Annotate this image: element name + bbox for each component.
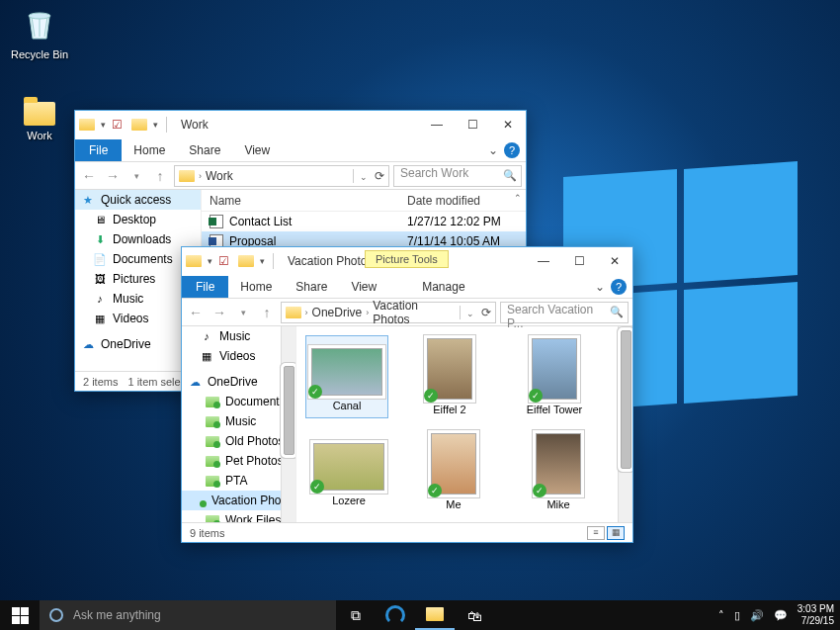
chevron-down-icon[interactable]: ⌄ — [360, 172, 368, 182]
close-button[interactable]: ✕ — [597, 247, 632, 275]
sort-indicator-icon[interactable]: ⌃ — [514, 193, 522, 203]
qat-dropdown-icon[interactable]: ▾ — [208, 256, 212, 266]
home-tab[interactable]: Home — [122, 139, 177, 161]
view-tab[interactable]: View — [232, 139, 282, 161]
chevron-right-icon[interactable]: › — [366, 308, 369, 317]
sidebar-item[interactable]: Music — [182, 411, 295, 431]
sidebar-item[interactable]: PTA — [182, 471, 295, 491]
address-bar[interactable]: › OneDrive › Vacation Photos ⌄ ⟳ — [281, 302, 496, 323]
refresh-icon[interactable]: ⟳ — [481, 306, 491, 319]
photo-label: Canal — [308, 400, 385, 411]
clock[interactable]: 3:03 PM 7/29/15 — [798, 603, 834, 627]
sidebar-item-music[interactable]: ♪Music — [182, 326, 295, 346]
qat-newfolder-icon[interactable] — [238, 255, 254, 267]
minimize-button[interactable]: — — [526, 247, 561, 275]
search-input[interactable]: Search Vacation P... 🔍 — [500, 302, 629, 323]
chevron-right-icon[interactable]: › — [199, 171, 202, 181]
titlebar[interactable]: ▾ ☑ ▾ Work — ☐ ✕ — [75, 111, 526, 138]
start-button[interactable] — [0, 600, 40, 630]
breadcrumb-item[interactable]: Work — [206, 169, 233, 183]
back-button[interactable]: ← — [186, 305, 206, 320]
task-view-button[interactable]: ⧉ — [336, 600, 376, 630]
thumbnails-view-button[interactable]: ▦ — [607, 526, 625, 540]
photo-label: Eiffel 2 — [409, 404, 490, 415]
breadcrumb-item[interactable]: OneDrive — [312, 306, 363, 319]
minimize-button[interactable]: — — [419, 111, 455, 138]
folder-icon — [179, 170, 195, 182]
photo-item[interactable]: ✓ Canal — [306, 336, 387, 417]
up-button[interactable]: ↑ — [257, 305, 277, 320]
photo-item[interactable]: ✓ Eiffel Tower — [514, 338, 595, 415]
qat-dropdown-icon[interactable]: ▾ — [260, 256, 265, 266]
file-explorer-button[interactable] — [415, 600, 455, 630]
work-folder-icon[interactable]: Work — [10, 94, 69, 141]
photo-item[interactable]: ✓ Lozere — [308, 433, 389, 510]
refresh-icon[interactable]: ⟳ — [375, 169, 384, 183]
sidebar-item[interactable]: Work Files — [182, 510, 295, 522]
help-icon[interactable]: ? — [611, 279, 627, 295]
file-row[interactable]: Contact List 1/27/12 12:02 PM — [202, 212, 526, 231]
qat-dropdown-icon[interactable]: ▾ — [101, 120, 106, 130]
recent-locations-icon[interactable]: ▾ — [233, 308, 253, 317]
qat-newfolder-icon[interactable] — [131, 119, 147, 131]
address-bar[interactable]: › Work ⌄ ⟳ — [174, 165, 389, 187]
back-button[interactable]: ← — [79, 168, 99, 184]
sidebar-onedrive[interactable]: ☁OneDrive — [182, 372, 295, 392]
search-input[interactable]: Search Work 🔍 — [393, 165, 522, 187]
ribbon-expand-icon[interactable]: ⌄ — [482, 143, 504, 157]
manage-tab[interactable]: Manage — [410, 276, 476, 298]
breadcrumb-item[interactable]: Vacation Photos — [373, 299, 456, 326]
column-headers[interactable]: Name Date modified — [202, 190, 526, 212]
sidebar-item-desktop[interactable]: 🖥Desktop — [75, 210, 201, 229]
forward-button[interactable]: → — [103, 168, 123, 184]
maximize-button[interactable]: ☐ — [561, 247, 597, 275]
forward-button[interactable]: → — [210, 305, 229, 320]
view-tab[interactable]: View — [339, 276, 388, 298]
scrollbar-thumb[interactable] — [621, 330, 631, 469]
column-date[interactable]: Date modified — [399, 194, 488, 208]
scrollbar[interactable] — [618, 326, 632, 522]
edge-button[interactable] — [376, 600, 415, 630]
qat-dropdown-icon[interactable]: ▾ — [153, 120, 158, 130]
sidebar-item[interactable]: Old Photos — [182, 431, 295, 451]
photo-item[interactable]: ✓ Mike — [518, 433, 599, 510]
qat-properties-icon[interactable]: ☑ — [112, 118, 126, 132]
scrollbar[interactable] — [281, 326, 295, 522]
qat-properties-icon[interactable]: ☑ — [218, 254, 232, 268]
ribbon-expand-icon[interactable]: ⌄ — [589, 280, 611, 294]
photo-item[interactable]: ✓ Me — [413, 433, 494, 510]
sidebar-item[interactable]: Pet Photos — [182, 451, 295, 471]
tray-notifications-icon[interactable]: 💬 — [774, 609, 788, 622]
help-icon[interactable]: ? — [504, 142, 520, 158]
file-tab[interactable]: File — [75, 139, 122, 161]
maximize-button[interactable]: ☐ — [455, 111, 490, 138]
sidebar-quick-access[interactable]: ★Quick access — [75, 190, 201, 210]
tray-chevron-icon[interactable]: ˄ — [718, 609, 724, 622]
share-tab[interactable]: Share — [284, 276, 339, 298]
chevron-down-icon[interactable]: ⌄ — [466, 309, 474, 318]
tray-volume-icon[interactable]: 🔊 — [750, 609, 764, 622]
sidebar-item-videos[interactable]: ▦Videos — [182, 346, 295, 366]
column-name[interactable]: Name — [202, 194, 399, 208]
chevron-right-icon[interactable]: › — [305, 308, 308, 317]
sidebar-item-vacation-photos[interactable]: Vacation Photos — [182, 491, 295, 510]
file-tab[interactable]: File — [182, 276, 228, 298]
store-button[interactable]: 🛍 — [455, 600, 494, 630]
cortana-search[interactable]: Ask me anything — [40, 600, 336, 630]
sidebar-item[interactable]: Documents — [182, 392, 295, 411]
details-view-button[interactable]: ≡ — [587, 526, 605, 540]
home-tab[interactable]: Home — [228, 276, 284, 298]
recent-locations-icon[interactable]: ▾ — [126, 171, 146, 181]
photo-item[interactable]: ✓ Eiffel 2 — [409, 338, 490, 415]
close-button[interactable]: ✕ — [490, 111, 526, 138]
recycle-bin-icon[interactable]: Recycle Bin — [10, 5, 69, 60]
tray-network-icon[interactable]: ▯ — [734, 609, 740, 622]
desktop[interactable]: Recycle Bin Work ▾ ☑ ▾ Work — ☐ ✕ File — [0, 0, 840, 600]
scrollbar-thumb[interactable] — [284, 366, 294, 455]
photo-grid[interactable]: ✓ Canal ✓ Eiffel 2 ✓ Eiffel Tower ✓ Loze… — [296, 326, 632, 522]
up-button[interactable]: ↑ — [150, 168, 170, 184]
picture-tools-tab[interactable]: Picture Tools — [365, 250, 449, 268]
share-tab[interactable]: Share — [177, 139, 232, 161]
navigation-pane[interactable]: ♪Music ▦Videos ☁OneDrive Documents Music… — [182, 326, 296, 522]
titlebar[interactable]: ▾ ☑ ▾ Vacation Photos Picture Tools — ☐ … — [182, 247, 632, 275]
